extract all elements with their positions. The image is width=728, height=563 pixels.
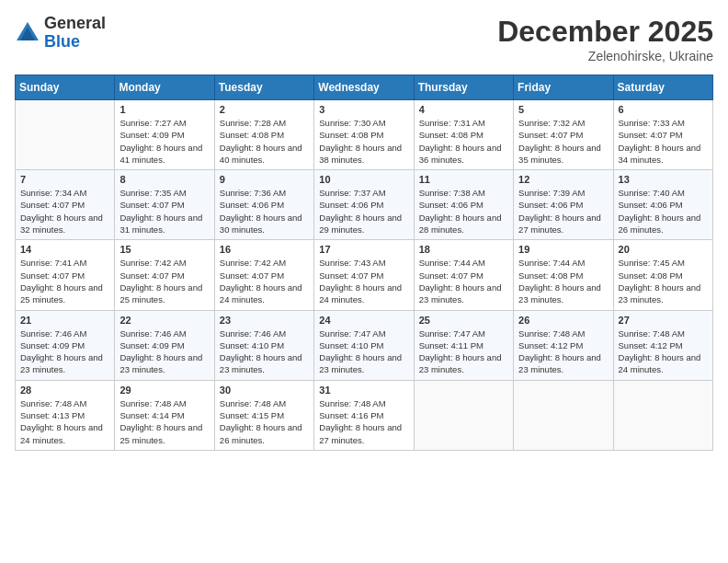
calendar-cell: 31Sunrise: 7:48 AMSunset: 4:16 PMDayligh… bbox=[314, 380, 414, 450]
calendar-cell: 23Sunrise: 7:46 AMSunset: 4:10 PMDayligh… bbox=[214, 310, 313, 380]
day-info: Sunrise: 7:30 AMSunset: 4:08 PMDaylight:… bbox=[319, 117, 408, 166]
calendar-cell: 15Sunrise: 7:42 AMSunset: 4:07 PMDayligh… bbox=[115, 240, 214, 310]
day-info: Sunrise: 7:48 AMSunset: 4:12 PMDaylight:… bbox=[619, 327, 708, 376]
weekday-header-friday: Friday bbox=[514, 75, 613, 100]
calendar-cell: 17Sunrise: 7:43 AMSunset: 4:07 PMDayligh… bbox=[314, 240, 414, 310]
day-number: 10 bbox=[319, 174, 408, 185]
day-number: 30 bbox=[220, 385, 309, 396]
calendar-cell: 26Sunrise: 7:48 AMSunset: 4:12 PMDayligh… bbox=[514, 310, 613, 380]
calendar-cell: 1Sunrise: 7:27 AMSunset: 4:09 PMDaylight… bbox=[115, 100, 214, 170]
day-number: 17 bbox=[319, 244, 408, 255]
calendar-table: SundayMondayTuesdayWednesdayThursdayFrid… bbox=[15, 75, 713, 451]
calendar-cell: 12Sunrise: 7:39 AMSunset: 4:06 PMDayligh… bbox=[514, 170, 613, 240]
day-number: 1 bbox=[119, 104, 209, 115]
day-info: Sunrise: 7:48 AMSunset: 4:15 PMDaylight:… bbox=[220, 397, 309, 446]
weekday-header-thursday: Thursday bbox=[414, 75, 513, 100]
calendar-cell: 20Sunrise: 7:45 AMSunset: 4:08 PMDayligh… bbox=[613, 240, 712, 310]
day-info: Sunrise: 7:46 AMSunset: 4:10 PMDaylight:… bbox=[220, 327, 309, 376]
calendar-week-0: 1Sunrise: 7:27 AMSunset: 4:09 PMDaylight… bbox=[16, 100, 713, 170]
day-info: Sunrise: 7:33 AMSunset: 4:07 PMDaylight:… bbox=[619, 117, 708, 166]
day-number: 4 bbox=[419, 104, 508, 115]
day-number: 29 bbox=[119, 385, 209, 396]
day-info: Sunrise: 7:48 AMSunset: 4:14 PMDaylight:… bbox=[119, 397, 209, 446]
logo-blue: Blue bbox=[44, 32, 80, 51]
day-number: 3 bbox=[319, 104, 408, 115]
day-number: 7 bbox=[20, 174, 109, 185]
weekday-header-row: SundayMondayTuesdayWednesdayThursdayFrid… bbox=[16, 75, 713, 100]
calendar-cell: 25Sunrise: 7:47 AMSunset: 4:11 PMDayligh… bbox=[414, 310, 513, 380]
day-number: 26 bbox=[518, 315, 608, 326]
day-info: Sunrise: 7:43 AMSunset: 4:07 PMDaylight:… bbox=[319, 257, 408, 305]
calendar-cell: 7Sunrise: 7:34 AMSunset: 4:07 PMDaylight… bbox=[16, 170, 115, 240]
day-info: Sunrise: 7:31 AMSunset: 4:08 PMDaylight:… bbox=[419, 117, 508, 166]
day-info: Sunrise: 7:40 AMSunset: 4:06 PMDaylight:… bbox=[619, 187, 708, 236]
day-info: Sunrise: 7:37 AMSunset: 4:06 PMDaylight:… bbox=[319, 187, 408, 236]
title-block: December 2025 Zelenohirske, Ukraine bbox=[497, 15, 713, 63]
day-number: 6 bbox=[619, 104, 708, 115]
calendar-cell: 4Sunrise: 7:31 AMSunset: 4:08 PMDaylight… bbox=[414, 100, 513, 170]
calendar-cell bbox=[613, 380, 712, 450]
day-info: Sunrise: 7:48 AMSunset: 4:13 PMDaylight:… bbox=[20, 397, 109, 446]
calendar-cell: 6Sunrise: 7:33 AMSunset: 4:07 PMDaylight… bbox=[613, 100, 712, 170]
day-number: 22 bbox=[119, 315, 209, 326]
day-number: 31 bbox=[319, 385, 408, 396]
logo-icon bbox=[15, 20, 40, 46]
calendar-cell: 27Sunrise: 7:48 AMSunset: 4:12 PMDayligh… bbox=[613, 310, 712, 380]
calendar-cell: 28Sunrise: 7:48 AMSunset: 4:13 PMDayligh… bbox=[16, 380, 115, 450]
logo-general: General bbox=[44, 14, 106, 32]
weekday-header-wednesday: Wednesday bbox=[314, 75, 414, 100]
calendar-week-4: 28Sunrise: 7:48 AMSunset: 4:13 PMDayligh… bbox=[16, 380, 713, 450]
calendar-cell: 30Sunrise: 7:48 AMSunset: 4:15 PMDayligh… bbox=[214, 380, 313, 450]
day-number: 23 bbox=[220, 315, 309, 326]
day-info: Sunrise: 7:47 AMSunset: 4:10 PMDaylight:… bbox=[319, 327, 408, 376]
weekday-header-tuesday: Tuesday bbox=[214, 75, 313, 100]
day-number: 12 bbox=[518, 174, 608, 185]
calendar-cell: 14Sunrise: 7:41 AMSunset: 4:07 PMDayligh… bbox=[16, 240, 115, 310]
day-info: Sunrise: 7:48 AMSunset: 4:12 PMDaylight:… bbox=[518, 327, 608, 376]
day-number: 27 bbox=[619, 315, 708, 326]
calendar-cell: 11Sunrise: 7:38 AMSunset: 4:06 PMDayligh… bbox=[414, 170, 513, 240]
calendar-cell: 13Sunrise: 7:40 AMSunset: 4:06 PMDayligh… bbox=[613, 170, 712, 240]
calendar-cell bbox=[16, 100, 115, 170]
calendar-cell bbox=[514, 380, 613, 450]
weekday-header-sunday: Sunday bbox=[16, 75, 115, 100]
day-info: Sunrise: 7:47 AMSunset: 4:11 PMDaylight:… bbox=[419, 327, 508, 376]
day-number: 2 bbox=[220, 104, 309, 115]
calendar-cell: 21Sunrise: 7:46 AMSunset: 4:09 PMDayligh… bbox=[16, 310, 115, 380]
calendar-cell: 3Sunrise: 7:30 AMSunset: 4:08 PMDaylight… bbox=[314, 100, 414, 170]
day-info: Sunrise: 7:38 AMSunset: 4:06 PMDaylight:… bbox=[419, 187, 508, 236]
calendar-cell: 24Sunrise: 7:47 AMSunset: 4:10 PMDayligh… bbox=[314, 310, 414, 380]
calendar-cell: 18Sunrise: 7:44 AMSunset: 4:07 PMDayligh… bbox=[414, 240, 513, 310]
day-info: Sunrise: 7:36 AMSunset: 4:06 PMDaylight:… bbox=[220, 187, 309, 236]
day-number: 19 bbox=[518, 244, 608, 255]
day-info: Sunrise: 7:41 AMSunset: 4:07 PMDaylight:… bbox=[20, 257, 109, 305]
day-info: Sunrise: 7:44 AMSunset: 4:08 PMDaylight:… bbox=[518, 257, 608, 305]
day-number: 24 bbox=[319, 315, 408, 326]
day-info: Sunrise: 7:42 AMSunset: 4:07 PMDaylight:… bbox=[220, 257, 309, 305]
calendar-week-1: 7Sunrise: 7:34 AMSunset: 4:07 PMDaylight… bbox=[16, 170, 713, 240]
day-info: Sunrise: 7:27 AMSunset: 4:09 PMDaylight:… bbox=[119, 117, 209, 166]
calendar-cell: 19Sunrise: 7:44 AMSunset: 4:08 PMDayligh… bbox=[514, 240, 613, 310]
weekday-header-saturday: Saturday bbox=[613, 75, 712, 100]
day-number: 8 bbox=[119, 174, 209, 185]
day-info: Sunrise: 7:45 AMSunset: 4:08 PMDaylight:… bbox=[619, 257, 708, 305]
day-number: 14 bbox=[20, 244, 109, 255]
calendar-cell: 8Sunrise: 7:35 AMSunset: 4:07 PMDaylight… bbox=[115, 170, 214, 240]
calendar-cell: 5Sunrise: 7:32 AMSunset: 4:07 PMDaylight… bbox=[514, 100, 613, 170]
day-number: 15 bbox=[119, 244, 209, 255]
day-number: 13 bbox=[619, 174, 708, 185]
calendar-cell: 10Sunrise: 7:37 AMSunset: 4:06 PMDayligh… bbox=[314, 170, 414, 240]
calendar-cell: 16Sunrise: 7:42 AMSunset: 4:07 PMDayligh… bbox=[214, 240, 313, 310]
location: Zelenohirske, Ukraine bbox=[497, 49, 713, 63]
day-number: 25 bbox=[419, 315, 508, 326]
calendar-cell: 9Sunrise: 7:36 AMSunset: 4:06 PMDaylight… bbox=[214, 170, 313, 240]
day-info: Sunrise: 7:35 AMSunset: 4:07 PMDaylight:… bbox=[119, 187, 209, 236]
month-title: December 2025 bbox=[497, 15, 713, 49]
day-number: 20 bbox=[619, 244, 708, 255]
day-number: 5 bbox=[518, 104, 608, 115]
calendar-week-2: 14Sunrise: 7:41 AMSunset: 4:07 PMDayligh… bbox=[16, 240, 713, 310]
logo-text: General Blue bbox=[44, 15, 106, 52]
calendar-cell: 22Sunrise: 7:46 AMSunset: 4:09 PMDayligh… bbox=[115, 310, 214, 380]
day-info: Sunrise: 7:34 AMSunset: 4:07 PMDaylight:… bbox=[20, 187, 109, 236]
day-info: Sunrise: 7:46 AMSunset: 4:09 PMDaylight:… bbox=[20, 327, 109, 376]
